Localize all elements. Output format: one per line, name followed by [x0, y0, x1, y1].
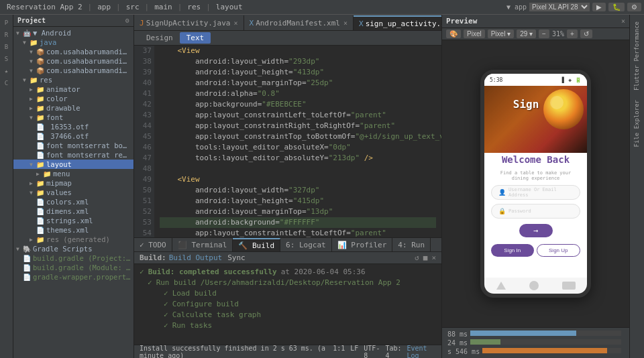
tree-font1[interactable]: 📄 _16353.otf	[13, 122, 133, 131]
panel-gear-icon[interactable]: ⚙	[125, 17, 129, 24]
tree-pkg1[interactable]: ▼ 📦 com.usahabarumandiri.foodapp	[13, 47, 133, 56]
preview-close-icon[interactable]: ×	[621, 17, 625, 25]
device-selector[interactable]: Pixel XL API 28	[529, 3, 590, 11]
structure-icon[interactable]: S	[1, 54, 12, 64]
palette-btn[interactable]: 🎨	[446, 29, 461, 38]
project-panel-title: Project	[17, 17, 46, 24]
tab-logcat[interactable]: 6: Logcat	[280, 238, 332, 251]
run-button[interactable]: ▶	[592, 3, 606, 11]
build-timestamp: at 2020-06-04 05:36	[281, 267, 366, 278]
project-icon[interactable]: P	[1, 17, 12, 28]
device-btn[interactable]: Pixel	[464, 29, 485, 38]
refresh-btn[interactable]: ↺	[580, 29, 592, 38]
username-placeholder: Username Or Email Address	[508, 187, 573, 198]
tree-animator[interactable]: ▶ 📁 animator	[13, 84, 133, 94]
text-tab[interactable]: Text	[180, 32, 211, 44]
tree-drawable[interactable]: ▶ 📁 drawable	[13, 103, 133, 113]
resource-manager-icon[interactable]: R	[1, 29, 12, 40]
menu-app[interactable]: app	[93, 3, 115, 11]
tree-color[interactable]: ▶ 📁 color	[13, 94, 133, 103]
configure-build-line: ✓ Configure build	[164, 299, 436, 310]
settings-button[interactable]: ⚙	[627, 3, 641, 11]
values-folder-icon: 📁	[36, 189, 44, 196]
tab-signup-java[interactable]: J SignUpActivity.java ×	[134, 15, 244, 30]
tree-gradle-wrapper[interactable]: 📄 gradle-wrapper.properties (Gradle Vers…	[13, 272, 133, 282]
tree-android-root[interactable]: ▼ 🤖 ▼ Android	[13, 28, 133, 38]
menu-reservation-app[interactable]: Reservation App 2	[3, 3, 87, 11]
lf-indicator: LF	[350, 345, 358, 359]
password-field[interactable]: 🔒 Password	[491, 204, 580, 219]
arrow-forward-button[interactable]: →	[519, 224, 553, 237]
close-tab-java[interactable]: ×	[233, 19, 237, 27]
project-tree: ▼ 🤖 ▼ Android ▼ 📁 java ▼ 📦 com.usahabaru…	[13, 27, 133, 358]
close-tab-manifest[interactable]: ×	[343, 19, 347, 27]
username-field[interactable]: 👤 Username Or Email Address	[491, 185, 580, 200]
zoom-out-btn[interactable]: −	[539, 29, 549, 38]
tree-font4[interactable]: 📄 font_montserrat_regular.xml	[13, 150, 133, 160]
tree-strings[interactable]: 📄 strings.xml	[13, 216, 133, 225]
tree-java[interactable]: ▼ 📁 java	[13, 38, 133, 47]
tree-font[interactable]: ▼ 📁 font	[13, 113, 133, 122]
position-indicator: 1:1	[333, 345, 345, 359]
captures-icon[interactable]: C	[1, 78, 12, 88]
tree-font3[interactable]: 📄 font_montserrat_bold.xml	[13, 141, 133, 150]
menu-layout[interactable]: layout	[212, 3, 247, 11]
panel-file-explorer[interactable]: File Explorer	[632, 96, 643, 151]
tree-gradle-scripts[interactable]: ▼ 🐘 Gradle Scripts	[13, 244, 133, 253]
sign-in-button[interactable]: Sign In	[491, 244, 534, 257]
gradle-file1-icon: 📄	[23, 255, 31, 262]
back-button[interactable]	[496, 282, 506, 290]
lock-icon: 🔒	[498, 208, 506, 215]
tree-pkg3[interactable]: ▼ 📦 com.usahabarumandiri.foodapp.test	[13, 66, 133, 75]
tree-themes[interactable]: 📄 themes.xml	[13, 225, 133, 235]
tab-build[interactable]: 🔨 Build	[233, 238, 280, 251]
panel-flutter-performance[interactable]: Flutter Performance	[632, 17, 643, 95]
code-content[interactable]: <View android:layout_width="293dp" andro…	[154, 46, 441, 237]
event-log-link[interactable]: Event Log	[407, 345, 436, 359]
run-config[interactable]: ▼ app	[506, 3, 527, 11]
tree-menu[interactable]: ▶ 📁 menu	[13, 169, 133, 178]
api-btn[interactable]: 29 ▾	[517, 29, 536, 38]
tree-res[interactable]: ▼ 📁 res	[13, 75, 133, 84]
build-icon: 🔨	[238, 241, 248, 250]
tree-build-gradle-module[interactable]: 📄 build.gradle (Module: app)	[13, 263, 133, 272]
tree-res-generated[interactable]: ▶ 📁 res (generated)	[13, 235, 133, 244]
menu-main[interactable]: main	[150, 3, 176, 11]
tree-dimens[interactable]: 📄 dimens.xml	[13, 206, 133, 216]
tree-build-gradle-project[interactable]: 📄 build.gradle (Project: Reservation App…	[13, 253, 133, 263]
menu-src[interactable]: src	[122, 3, 144, 11]
zoom-in-btn[interactable]: +	[567, 29, 578, 38]
tree-values[interactable]: ▼ 📁 values	[13, 188, 133, 197]
build-stop-icon[interactable]: ■	[423, 253, 428, 262]
build-close-icon[interactable]: ×	[431, 253, 436, 262]
debug-button[interactable]: 🐛	[608, 3, 625, 11]
perf-bar-2	[470, 339, 621, 345]
tab-manifest[interactable]: X AndroidManifest.xml ×	[244, 15, 354, 30]
build-details: ✓ Load build ✓ Configure build ✓ Calcula…	[148, 288, 436, 331]
tree-layout[interactable]: ▼ 📁 layout	[13, 160, 133, 169]
run-tasks-text: Run tasks	[172, 320, 213, 331]
tab-run[interactable]: 4: Run	[392, 238, 431, 251]
build-output-tab[interactable]: Build Output	[169, 253, 222, 262]
build-restart-icon[interactable]: ↺	[415, 253, 419, 262]
recent-button[interactable]	[562, 282, 576, 290]
tab-terminal[interactable]: ⬛ Terminal	[172, 238, 233, 251]
pixel-btn[interactable]: Pixel ▾	[488, 29, 514, 38]
sign-up-button[interactable]: Sign Up	[537, 244, 581, 257]
tab-profiler[interactable]: 📊 Profiler	[332, 238, 393, 251]
tab-signup-xml[interactable]: X sign_up_activity.xml ×	[354, 15, 441, 30]
tree-pkg2[interactable]: ▼ 📦 com.usahabarumandiri.foodapp	[13, 56, 133, 66]
favorites-icon[interactable]: ★	[1, 66, 12, 76]
tree-font2[interactable]: 📄 _37466.otf	[13, 131, 133, 141]
home-button[interactable]	[529, 281, 539, 290]
phone-time: 5:38	[490, 77, 502, 83]
build-variants-icon[interactable]: B	[1, 42, 12, 52]
menu-res[interactable]: res	[183, 3, 205, 11]
tree-colors[interactable]: 📄 colors.xml	[13, 197, 133, 206]
design-tab[interactable]: Design	[140, 32, 180, 44]
tree-mipmap[interactable]: ▶ 📁 mipmap	[13, 178, 133, 188]
tab-todo[interactable]: ✓ TODO	[134, 238, 172, 251]
perf-bar-3	[482, 348, 621, 353]
left-tool-sidebar: P R B S ★ C	[0, 15, 13, 358]
sync-tab[interactable]: Sync	[227, 253, 246, 262]
